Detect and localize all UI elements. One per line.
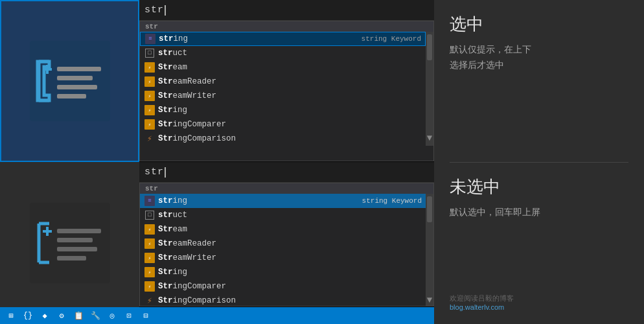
class-icon: ⚡ <box>144 224 155 235</box>
item-label: StringComparer <box>158 282 422 291</box>
list-item[interactable]: ⚡ StringComparer <box>140 279 426 294</box>
selected-desc-line1: 默认仅提示，在上下 <box>450 44 531 54</box>
list-item[interactable]: ⚡ Stream <box>140 60 426 75</box>
cursor-selected <box>165 5 166 16</box>
icon-area-selected <box>0 0 139 162</box>
item-label: string <box>159 34 356 43</box>
input-text-unselected: str <box>144 167 164 178</box>
item-label: StreamReader <box>158 77 422 86</box>
svg-rect-0 <box>30 41 110 121</box>
toolbar-icon-braces[interactable]: {} <box>22 310 34 321</box>
selected-desc-line2: 选择后才选中 <box>450 60 504 70</box>
item-label: Stream <box>158 63 422 72</box>
toolbar-icon-wrench[interactable]: 🔧 <box>89 310 101 321</box>
scrollbar-selected[interactable]: ▼ <box>426 32 433 146</box>
keyword-icon: ≡ <box>144 33 156 45</box>
input-bar-selected: str <box>139 0 434 21</box>
icon-area-unselected <box>0 162 139 324</box>
struct-icon: □ <box>144 209 155 221</box>
item-label: string <box>158 196 357 205</box>
toolbar-icon-grid[interactable]: ⊞ <box>5 310 17 321</box>
list-item[interactable]: ⚡ Stream <box>140 222 426 237</box>
item-label: String <box>158 106 422 115</box>
list-item[interactable]: ⚡ StringComparison <box>140 132 426 146</box>
panel-bottom: 未选中 默认选中，回车即上屏 欢迎阅读吕毅的博客 blog.walterlv.c… <box>450 163 628 312</box>
list-item[interactable]: ≡ string string Keyword <box>140 194 426 208</box>
item-label: StreamWriter <box>158 91 422 100</box>
list-item[interactable]: ≡ string string Keyword <box>140 32 426 46</box>
item-label: StringComparer <box>158 120 422 129</box>
list-item[interactable]: ⚡ StreamReader <box>140 237 426 251</box>
list-item[interactable]: ⚡ StringComparison <box>140 294 426 307</box>
toolbar-icon-diamond[interactable]: ◆ <box>39 310 51 321</box>
class-icon: ⚡ <box>144 76 155 87</box>
list-item[interactable]: ⚡ StreamWriter <box>140 251 426 265</box>
vscode-logo-unselected <box>25 198 115 288</box>
selected-title: 选中 <box>450 13 628 36</box>
class-icon: ⚡ <box>144 90 155 102</box>
svg-rect-1 <box>57 67 101 71</box>
autocomplete-selected: str ≡ string string Keyword □ struct <box>139 21 434 161</box>
toolbar-icon-box2[interactable]: ⊟ <box>140 310 152 321</box>
class-icon: ⚡ <box>144 281 155 292</box>
class-icon: ⚡ <box>144 119 155 130</box>
editor-content-unselected: str str ≡ string string Keyword □ st <box>139 162 434 307</box>
scroll-down-arrow[interactable]: ▼ <box>427 133 432 143</box>
autocomplete-list-selected: ≡ string string Keyword □ struct ⚡ Str <box>140 32 426 146</box>
scroll-down-arrow[interactable]: ▼ <box>427 295 432 305</box>
scrollbar-thumb <box>427 34 432 60</box>
list-item[interactable]: ⚡ StreamWriter <box>140 89 426 103</box>
svg-rect-6 <box>46 65 49 74</box>
toolbar-icon-box1[interactable]: ⊡ <box>123 310 135 321</box>
selected-desc: 默认仅提示，在上下 选择后才选中 <box>450 42 628 73</box>
right-panel: 选中 默认仅提示，在上下 选择后才选中 未选中 默认选中，回车即上屏 欢迎阅读吕… <box>434 0 644 324</box>
svg-rect-3 <box>57 85 97 89</box>
blog-line1: 欢迎阅读吕毅的博客 <box>450 294 628 303</box>
item-label: StreamWriter <box>158 253 422 262</box>
list-item[interactable]: ⚡ String <box>140 265 426 279</box>
class-icon: ⚡ <box>144 104 155 116</box>
svg-rect-10 <box>57 247 97 251</box>
svg-rect-7 <box>30 203 110 283</box>
autocomplete-unselected: str ≡ string string Keyword □ struct <box>139 183 434 307</box>
autocomplete-body-unselected: ≡ string string Keyword □ struct ⚡ Strea… <box>140 194 433 307</box>
list-item[interactable]: □ struct <box>140 46 426 60</box>
item-label: struct <box>158 211 422 220</box>
toolbar-icon-target[interactable]: ◎ <box>106 310 118 321</box>
input-bar-unselected: str <box>139 162 434 183</box>
panel-top: 选中 默认仅提示，在上下 选择后才选中 <box>450 13 628 163</box>
item-label: StringComparison <box>158 134 422 143</box>
unselected-desc-line1: 默认选中，回车即上屏 <box>450 207 540 217</box>
list-item[interactable]: ⚡ StreamReader <box>140 75 426 89</box>
toolbar-icon-gear[interactable]: ⚙ <box>56 310 67 321</box>
vscode-logo-selected <box>25 36 115 126</box>
unselected-title: 未选中 <box>450 176 628 198</box>
list-item[interactable]: ⚡ StringComparer <box>140 117 426 132</box>
item-label: Stream <box>158 225 422 234</box>
svg-rect-11 <box>57 256 86 260</box>
svg-rect-8 <box>57 229 101 233</box>
list-item[interactable]: □ struct <box>140 208 426 222</box>
interface-icon: ⚡ <box>144 295 155 307</box>
blog-area: 欢迎阅读吕毅的博客 blog.walterlv.com <box>450 287 628 311</box>
svg-rect-2 <box>57 76 93 80</box>
interface-icon: ⚡ <box>144 133 155 145</box>
keyword-icon: ≡ <box>144 195 155 207</box>
item-type: string Keyword <box>357 197 422 205</box>
autocomplete-list-unselected: ≡ string string Keyword □ struct ⚡ Strea… <box>140 194 426 307</box>
autocomplete-header-selected: str <box>140 21 433 32</box>
svg-rect-4 <box>57 94 86 98</box>
input-text-selected: str <box>144 5 164 16</box>
struct-icon: □ <box>144 47 155 59</box>
item-label: String <box>158 268 422 277</box>
svg-rect-9 <box>57 238 93 242</box>
list-item[interactable]: ⚡ String <box>140 103 426 117</box>
selected-panel: str str ≡ string string Keyword □ <box>0 0 434 162</box>
blog-line2[interactable]: blog.walterlv.com <box>450 303 628 311</box>
svg-rect-13 <box>46 227 49 236</box>
scrollbar-unselected[interactable]: ▼ <box>426 194 433 307</box>
class-icon: ⚡ <box>144 266 155 278</box>
toolbar-icon-clipboard[interactable]: 📋 <box>73 310 84 321</box>
class-icon: ⚡ <box>144 238 155 249</box>
bottom-toolbar: ⊞ {} ◆ ⚙ 📋 🔧 ◎ ⊡ ⊟ <box>0 307 434 324</box>
